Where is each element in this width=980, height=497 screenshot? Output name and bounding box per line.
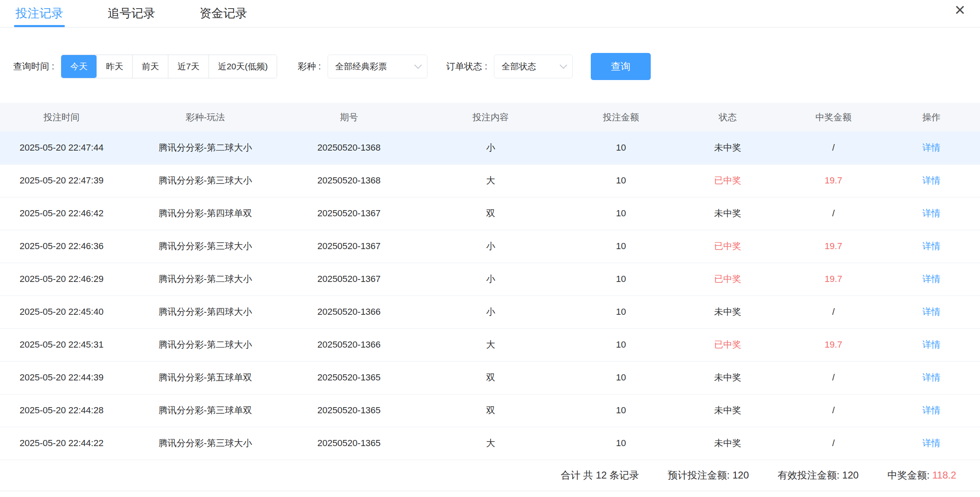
- table-body: 2025-05-20 22:47:44腾讯分分彩-第二球大小20250520-1…: [0, 131, 980, 460]
- table-row: 2025-05-20 22:45:31腾讯分分彩-第二球大小20250520-1…: [0, 328, 980, 361]
- cell-bet-content: 小: [411, 230, 571, 263]
- cell-game-play: 腾讯分分彩-第四球单双: [123, 197, 287, 230]
- chevron-down-icon: [414, 61, 422, 69]
- tab-chase-records[interactable]: 追号记录: [108, 0, 155, 27]
- cell-bet-amount: 10: [571, 394, 671, 427]
- cell-game-play: 腾讯分分彩-第五球单双: [123, 361, 287, 394]
- cell-bet-content: 大: [411, 427, 571, 460]
- lottery-select[interactable]: 全部经典彩票: [328, 55, 427, 78]
- cell-actions: 详情: [883, 295, 980, 328]
- cell-issue: 20250520-1365: [287, 361, 411, 394]
- cell-game-play: 腾讯分分彩-第四球大小: [123, 295, 287, 328]
- query-button[interactable]: 查询: [591, 53, 651, 80]
- cell-actions: 详情: [883, 361, 980, 394]
- cell-bet-amount: 10: [571, 131, 671, 164]
- cell-status: 未中奖: [671, 394, 784, 427]
- chevron-down-icon: [560, 61, 567, 69]
- status-select[interactable]: 全部状态: [494, 55, 573, 78]
- cell-game-play: 腾讯分分彩-第三球大小: [123, 427, 287, 460]
- detail-link[interactable]: 详情: [923, 307, 941, 317]
- time-option-4[interactable]: 近20天(低频): [209, 55, 277, 78]
- cell-bet-content: 小: [411, 131, 571, 164]
- cell-bet-amount: 10: [571, 197, 671, 230]
- cell-bet-amount: 10: [571, 427, 671, 460]
- summary-prize-label: 中奖金额:: [887, 470, 932, 481]
- time-option-2[interactable]: 前天: [132, 55, 168, 78]
- lottery-select-value: 全部经典彩票: [335, 61, 387, 72]
- header-actions: 操作: [883, 103, 980, 131]
- time-option-3[interactable]: 近7天: [168, 55, 209, 78]
- detail-link[interactable]: 详情: [923, 405, 941, 415]
- detail-link[interactable]: 详情: [923, 241, 941, 251]
- header-game-play: 彩种-玩法: [123, 103, 287, 131]
- cell-bet-amount: 10: [571, 328, 671, 361]
- cell-game-play: 腾讯分分彩-第二球大小: [123, 263, 287, 295]
- cell-game-play: 腾讯分分彩-第三球大小: [123, 230, 287, 263]
- detail-link[interactable]: 详情: [923, 274, 941, 284]
- status-select-value: 全部状态: [502, 61, 536, 72]
- cell-prize-amount: /: [784, 361, 883, 394]
- cell-issue: 20250520-1367: [287, 197, 411, 230]
- cell-status: 未中奖: [671, 361, 784, 394]
- cell-bet-content: 大: [411, 164, 571, 197]
- cell-bet-time: 2025-05-20 22:46:29: [0, 263, 123, 295]
- cell-prize-amount: 19.7: [784, 230, 883, 263]
- table-row: 2025-05-20 22:47:39腾讯分分彩-第三球大小20250520-1…: [0, 164, 980, 197]
- cell-issue: 20250520-1367: [287, 263, 411, 295]
- cell-status: 已中奖: [671, 230, 784, 263]
- tab-fund-records[interactable]: 资金记录: [200, 0, 247, 27]
- cell-actions: 详情: [883, 197, 980, 230]
- time-filter-group: 今天昨天前天近7天近20天(低频): [61, 55, 277, 78]
- header-bet-content: 投注内容: [411, 103, 571, 131]
- cell-status: 未中奖: [671, 295, 784, 328]
- cell-game-play: 腾讯分分彩-第三球单双: [123, 394, 287, 427]
- time-option-0[interactable]: 今天: [61, 55, 96, 78]
- time-option-1[interactable]: 昨天: [96, 55, 132, 78]
- cell-bet-amount: 10: [571, 230, 671, 263]
- detail-link[interactable]: 详情: [923, 142, 941, 153]
- table-row: 2025-05-20 22:44:22腾讯分分彩-第三球大小20250520-1…: [0, 427, 980, 460]
- detail-link[interactable]: 详情: [923, 175, 941, 186]
- summary-prize-value: 118.2: [932, 470, 956, 481]
- tab-bar: 投注记录 追号记录 资金记录 ×: [0, 0, 980, 27]
- cell-prize-amount: /: [784, 394, 883, 427]
- cell-bet-time: 2025-05-20 22:44:28: [0, 394, 123, 427]
- cell-issue: 20250520-1365: [287, 394, 411, 427]
- cell-status: 已中奖: [671, 328, 784, 361]
- header-issue: 期号: [287, 103, 411, 131]
- cell-bet-time: 2025-05-20 22:46:42: [0, 197, 123, 230]
- cell-actions: 详情: [883, 427, 980, 460]
- cell-bet-content: 双: [411, 394, 571, 427]
- detail-link[interactable]: 详情: [923, 372, 941, 382]
- cell-status: 已中奖: [671, 164, 784, 197]
- detail-link[interactable]: 详情: [923, 438, 941, 448]
- cell-prize-amount: /: [784, 131, 883, 164]
- cell-status: 未中奖: [671, 197, 784, 230]
- detail-link[interactable]: 详情: [923, 339, 941, 350]
- cell-bet-content: 小: [411, 295, 571, 328]
- close-icon[interactable]: ×: [955, 1, 965, 19]
- header-bet-time: 投注时间: [0, 103, 123, 131]
- cell-actions: 详情: [883, 164, 980, 197]
- cell-status: 未中奖: [671, 427, 784, 460]
- table-row: 2025-05-20 22:46:29腾讯分分彩-第二球大小20250520-1…: [0, 263, 980, 295]
- cell-bet-time: 2025-05-20 22:45:31: [0, 328, 123, 361]
- lottery-filter-label: 彩种 :: [298, 60, 321, 73]
- cell-bet-amount: 10: [571, 164, 671, 197]
- cell-status: 已中奖: [671, 263, 784, 295]
- cell-issue: 20250520-1365: [287, 427, 411, 460]
- table-row: 2025-05-20 22:47:44腾讯分分彩-第二球大小20250520-1…: [0, 131, 980, 164]
- summary-expected-amount: 预计投注金额: 120: [668, 469, 749, 482]
- cell-actions: 详情: [883, 263, 980, 295]
- cell-game-play: 腾讯分分彩-第三球大小: [123, 164, 287, 197]
- status-filter-label: 订单状态 :: [446, 60, 487, 73]
- cell-prize-amount: 19.7: [784, 164, 883, 197]
- cell-bet-amount: 10: [571, 295, 671, 328]
- cell-bet-time: 2025-05-20 22:47:39: [0, 164, 123, 197]
- tab-bet-records[interactable]: 投注记录: [16, 0, 63, 27]
- detail-link[interactable]: 详情: [923, 208, 941, 218]
- table-header-row: 投注时间 彩种-玩法 期号 投注内容 投注金额 状态 中奖金额 操作: [0, 103, 980, 131]
- filter-bar: 查询时间 : 今天昨天前天近7天近20天(低频) 彩种 : 全部经典彩票 订单状…: [13, 53, 980, 80]
- cell-prize-amount: /: [784, 427, 883, 460]
- summary-valid-amount: 有效投注金额: 120: [778, 469, 858, 482]
